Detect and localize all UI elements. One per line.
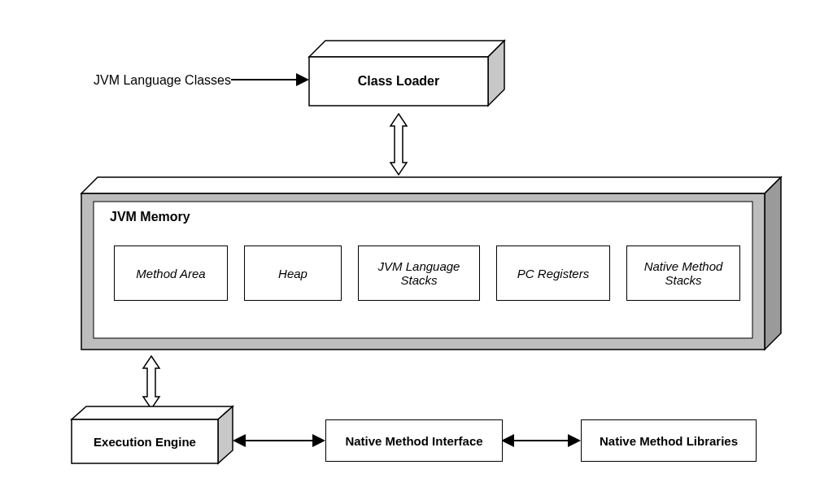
execution-engine-box: Execution Engine (72, 419, 218, 463)
native-method-libraries-box: Native Method Libraries (581, 419, 757, 462)
svg-marker-12 (72, 406, 233, 419)
native-method-interface-box: Native Method Interface (325, 419, 503, 462)
